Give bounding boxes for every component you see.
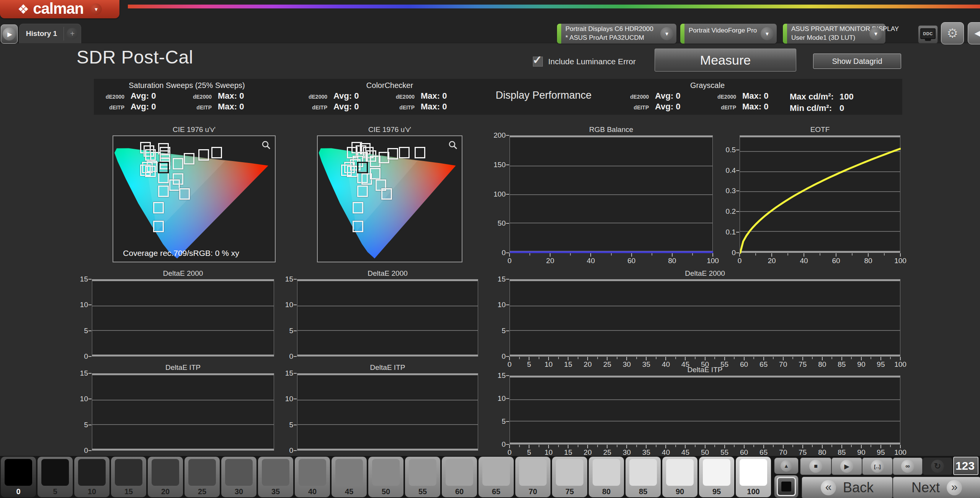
include-luminance-checkbox[interactable]: ✓ Include Luminance Error xyxy=(533,57,636,67)
x-axis-minor-tick xyxy=(675,357,676,359)
patch-tile-75[interactable]: 75 xyxy=(552,457,587,497)
refresh-icon: ↻ xyxy=(931,460,944,473)
gridline xyxy=(297,424,478,425)
calman-logo-menu[interactable]: ❖ calman ▼ xyxy=(0,0,119,18)
magnifier-icon[interactable] xyxy=(448,140,458,151)
play-icon: ▶ xyxy=(840,460,853,473)
continuous-loop-button[interactable]: ∞ xyxy=(893,457,923,475)
ddc-control-button[interactable]: DDC xyxy=(918,25,938,44)
x-axis-minor-tick xyxy=(695,357,696,359)
x-axis-minor-tick xyxy=(597,357,598,359)
x-axis-tick xyxy=(744,357,745,360)
x-axis-tick xyxy=(900,253,901,257)
display-device-dropdown[interactable]: ASUS PROART MONITOR DISPLAY User Mode1 (… xyxy=(783,24,885,44)
patch-label: 50 xyxy=(382,487,390,496)
metric-value: Avg: 0 xyxy=(127,91,185,101)
cie-selected-marker xyxy=(357,162,368,173)
patch-tile-85[interactable]: 85 xyxy=(626,457,661,497)
patch-tile-55[interactable]: 55 xyxy=(405,457,440,497)
gridline xyxy=(510,421,900,422)
x-axis-minor-tick xyxy=(792,357,793,359)
patch-tile-20[interactable]: 20 xyxy=(148,457,183,497)
patch-tile-65[interactable]: 65 xyxy=(479,457,514,497)
patch-tile-80[interactable]: 80 xyxy=(589,457,624,497)
x-axis-tick xyxy=(900,357,901,360)
magnifier-icon[interactable] xyxy=(261,140,271,151)
meter-device-dropdown[interactable]: Portrait Displays C6 HDR2000 * ASUS ProA… xyxy=(557,24,676,44)
checkbox[interactable]: ✓ xyxy=(533,57,543,67)
source-device-dropdown[interactable]: Portrait VideoForge Pro ▼ xyxy=(680,24,777,44)
y-axis-label: 10 xyxy=(68,301,88,309)
x-axis-tick xyxy=(861,357,862,360)
patch-tile-50[interactable]: 50 xyxy=(368,457,403,497)
cie-target-marker xyxy=(184,153,194,164)
add-tab-button[interactable]: + xyxy=(64,28,81,39)
cie-target-marker xyxy=(399,147,410,158)
chart-title: CIE 1976 u'v' xyxy=(317,125,462,134)
patch-tile-90[interactable]: 90 xyxy=(662,457,697,497)
metric-value: Max: 0 xyxy=(215,102,272,112)
patch-tile-35[interactable]: 35 xyxy=(258,457,293,497)
y-axis-label: 0 xyxy=(486,352,506,361)
patch-tile-45[interactable]: 45 xyxy=(332,457,367,497)
patch-tile-0[interactable]: 0 xyxy=(1,457,36,497)
play-button[interactable]: ▶ xyxy=(831,457,862,475)
settings-button[interactable]: ⚙ xyxy=(941,22,964,44)
next-button[interactable]: Next » xyxy=(893,477,980,498)
patch-tile-100[interactable]: 100 xyxy=(736,457,771,497)
y-axis-label: 5 xyxy=(486,417,506,426)
x-axis-label: 95 xyxy=(877,448,885,457)
show-datagrid-button[interactable]: Show Datagrid xyxy=(813,54,901,69)
section-title: Saturation Sweeps (25% Sweeps) xyxy=(101,81,273,90)
y-axis-label: 5 xyxy=(273,327,293,335)
x-axis-minor-tick xyxy=(539,445,539,447)
patch-tile-95[interactable]: 95 xyxy=(699,457,734,497)
x-axis-label: 40 xyxy=(662,448,670,457)
plot-area xyxy=(297,373,478,451)
stop-button[interactable]: ■ xyxy=(800,457,831,475)
patch-label: 40 xyxy=(308,487,317,496)
metric-value: Max: 0 xyxy=(418,91,475,101)
y-axis-tick xyxy=(88,356,91,357)
patch-tile-70[interactable]: 70 xyxy=(515,457,550,497)
patch-tile-10[interactable]: 10 xyxy=(74,457,109,497)
cie-target-marker xyxy=(353,202,363,213)
collapse-panel-button[interactable]: ◀ xyxy=(968,22,980,44)
pattern-panel-expand-button[interactable]: ▲ xyxy=(774,457,799,474)
back-button[interactable]: « Back xyxy=(802,477,893,498)
deltae2000-chart-saturation: DeltaE 2000 051015 xyxy=(69,269,276,361)
cie-target-marker xyxy=(347,166,358,177)
y-axis-tick xyxy=(506,304,509,305)
x-axis-tick xyxy=(822,445,823,448)
x-axis-tick xyxy=(529,357,529,360)
chevron-down-icon[interactable]: ▼ xyxy=(869,27,882,40)
patch-label: 10 xyxy=(88,487,96,496)
x-axis-label: 35 xyxy=(642,448,650,457)
history-scroll-button[interactable]: ▶ xyxy=(1,24,18,44)
logo-menu-arrow-icon[interactable]: ▼ xyxy=(90,3,102,15)
y-axis-label: 0.5 xyxy=(716,146,736,154)
x-axis-label: 60 xyxy=(832,257,840,265)
x-axis-minor-tick xyxy=(597,445,598,447)
patch-tile-15[interactable]: 15 xyxy=(111,457,146,497)
measure-button[interactable]: Measure xyxy=(655,49,796,72)
patch-tile-60[interactable]: 60 xyxy=(442,457,477,497)
chevron-down-icon[interactable]: ▼ xyxy=(761,27,774,40)
metric-value: Max: 0 xyxy=(418,102,475,112)
y-axis-label: 200 xyxy=(486,131,506,140)
tab-history-1[interactable]: History 1 xyxy=(20,29,64,38)
x-axis-tick xyxy=(587,357,588,360)
pattern-window-frame xyxy=(777,477,796,496)
patch-tile-25[interactable]: 25 xyxy=(185,457,220,497)
chevron-down-icon[interactable]: ▼ xyxy=(660,27,673,40)
refresh-button[interactable]: ↻ xyxy=(923,457,952,475)
interval-measure-button[interactable]: [‥] xyxy=(862,457,893,475)
pattern-window-button[interactable] xyxy=(774,475,799,498)
chart-title: DeltaE 2000 xyxy=(297,269,478,278)
x-axis-tick xyxy=(631,253,632,257)
cie-target-marker xyxy=(198,149,209,161)
x-axis-label: 70 xyxy=(779,448,787,457)
patch-tile-5[interactable]: 5 xyxy=(38,457,73,497)
patch-tile-40[interactable]: 40 xyxy=(295,457,330,497)
patch-tile-30[interactable]: 30 xyxy=(221,457,256,497)
